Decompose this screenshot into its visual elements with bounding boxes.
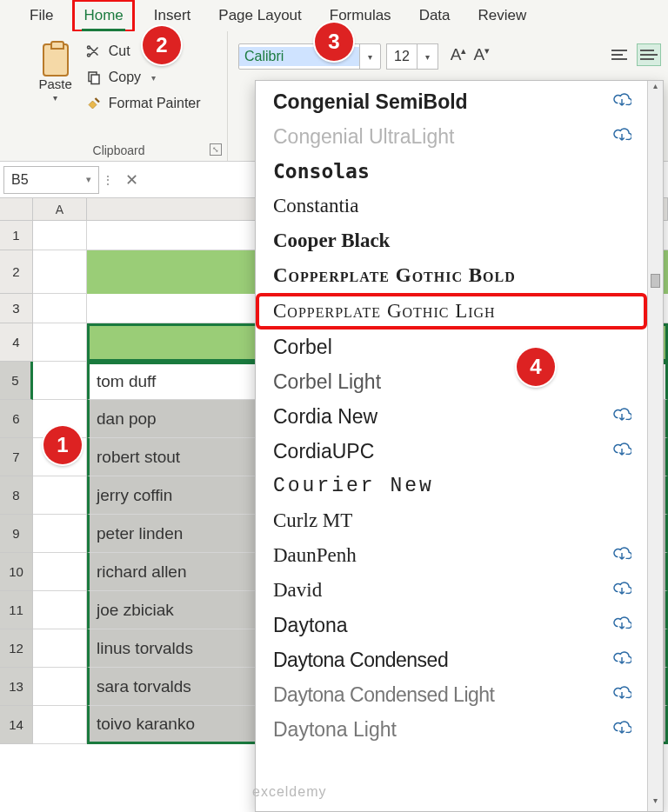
row-header[interactable]: 8 bbox=[0, 476, 33, 515]
paste-button[interactable]: Paste ▾ bbox=[33, 37, 77, 106]
font-option[interactable]: Copperplate Gothic Bold bbox=[256, 258, 647, 293]
row-header[interactable]: 7 bbox=[0, 438, 33, 476]
format-painter-label: Format Painter bbox=[109, 96, 201, 111]
scissors-icon bbox=[86, 43, 102, 59]
clipboard-dialog-launcher[interactable]: ⤡ bbox=[210, 143, 222, 156]
font-option[interactable]: Cordia New bbox=[256, 399, 647, 434]
font-option-label: Constantia bbox=[273, 195, 358, 217]
decrease-font-size-button[interactable]: A▾ bbox=[471, 43, 491, 66]
font-option[interactable]: Copperplate Gothic Ligh bbox=[256, 293, 647, 329]
tab-file[interactable]: File bbox=[21, 2, 62, 30]
font-option[interactable]: DaunPenh bbox=[256, 538, 647, 573]
scroll-up-button[interactable]: ▴ bbox=[648, 81, 663, 97]
copy-button[interactable]: Copy ▾ bbox=[83, 68, 204, 87]
font-option[interactable]: Constantia bbox=[256, 189, 647, 223]
font-size-value: 12 bbox=[387, 49, 417, 64]
chevron-down-icon: ▾ bbox=[151, 73, 156, 83]
font-option[interactable]: Consolas bbox=[256, 154, 647, 189]
font-option-label: Congenial SemiBold bbox=[273, 90, 468, 114]
align-middle-button[interactable] bbox=[637, 43, 661, 66]
font-option-label: Corbel bbox=[273, 336, 332, 359]
step-badge-3: 3 bbox=[315, 23, 353, 61]
col-header-a[interactable]: A bbox=[33, 198, 87, 220]
scrollbar[interactable]: ▴ ▾ bbox=[647, 81, 663, 811]
scroll-down-button[interactable]: ▾ bbox=[648, 795, 663, 811]
row-header[interactable]: 13 bbox=[0, 668, 33, 706]
clipboard-group: Paste ▾ Cut Copy ▾ bbox=[10, 31, 228, 161]
name-box-value: B5 bbox=[11, 172, 29, 188]
chevron-down-icon[interactable]: ▾ bbox=[86, 174, 91, 185]
svg-rect-1 bbox=[91, 75, 99, 84]
font-option-label: Cooper Black bbox=[273, 230, 390, 252]
tab-page-layout[interactable]: Page Layout bbox=[210, 2, 310, 30]
cloud-download-icon bbox=[612, 442, 631, 462]
font-size-combo[interactable]: 12 ▾ bbox=[386, 43, 438, 70]
row-header[interactable]: 11 bbox=[0, 591, 33, 629]
font-option[interactable]: Corbel bbox=[256, 329, 647, 364]
font-name-combo[interactable]: ▾ bbox=[238, 43, 381, 70]
font-option-label: DaunPenh bbox=[273, 544, 357, 567]
row-header[interactable]: 6 bbox=[0, 400, 33, 438]
increase-font-size-button[interactable]: A▴ bbox=[449, 43, 469, 66]
font-option[interactable]: Corbel Light bbox=[256, 364, 647, 399]
font-option-label: Consolas bbox=[273, 160, 370, 183]
font-option-label: Daytona Condensed bbox=[273, 649, 448, 672]
font-option[interactable]: Courier New bbox=[256, 469, 647, 503]
paste-label: Paste bbox=[38, 77, 71, 91]
tab-insert[interactable]: Insert bbox=[145, 2, 200, 30]
row-header[interactable]: 5 bbox=[0, 362, 33, 400]
row-header[interactable]: 2 bbox=[0, 250, 33, 294]
cut-label: Cut bbox=[109, 43, 130, 59]
step-badge-2: 2 bbox=[143, 26, 181, 64]
font-option-label: Daytona Condensed Light bbox=[273, 683, 494, 707]
row-header[interactable]: 12 bbox=[0, 629, 33, 668]
cloud-download-icon bbox=[612, 92, 631, 112]
font-option[interactable]: Cooper Black bbox=[256, 223, 647, 258]
font-option-label: Copperplate Gothic Bold bbox=[273, 264, 516, 287]
font-option-label: Copperplate Gothic Ligh bbox=[273, 300, 496, 323]
font-option[interactable]: Congenial UltraLight bbox=[256, 119, 647, 154]
cloud-download-icon bbox=[612, 720, 631, 740]
row-headers: 1 2 3 4 5 6 7 8 9 10 11 12 13 14 bbox=[0, 221, 33, 744]
row-header[interactable]: 1 bbox=[0, 221, 33, 250]
font-dropdown: Congenial SemiBoldCongenial UltraLightCo… bbox=[255, 80, 664, 812]
font-option[interactable]: Daytona Condensed Light bbox=[256, 677, 647, 712]
format-painter-button[interactable]: Format Painter bbox=[83, 94, 204, 113]
font-option[interactable]: CordiaUPC bbox=[256, 434, 647, 469]
select-all-corner[interactable] bbox=[0, 198, 33, 220]
font-name-dropdown-button[interactable]: ▾ bbox=[359, 44, 380, 69]
align-top-button[interactable] bbox=[609, 43, 633, 66]
font-option[interactable]: Daytona Condensed bbox=[256, 642, 647, 677]
cloud-download-icon bbox=[612, 685, 631, 705]
tab-home[interactable]: Home bbox=[72, 0, 134, 32]
tab-review[interactable]: Review bbox=[470, 2, 536, 30]
group-label-clipboard: Clipboard bbox=[10, 143, 227, 157]
cancel-formula-button[interactable]: ✕ bbox=[117, 170, 147, 190]
tab-data[interactable]: Data bbox=[411, 2, 459, 30]
font-option[interactable]: Daytona bbox=[256, 608, 647, 642]
font-option-label: Cordia New bbox=[273, 405, 377, 429]
font-option-label: David bbox=[273, 579, 322, 602]
font-option[interactable]: Curlz MT bbox=[256, 503, 647, 538]
row-header[interactable]: 3 bbox=[0, 294, 33, 323]
font-option-label: Daytona bbox=[273, 614, 348, 637]
name-box[interactable]: B5 ▾ bbox=[3, 166, 99, 194]
font-option[interactable]: Daytona Light bbox=[256, 712, 647, 747]
font-option-label: Curlz MT bbox=[273, 509, 352, 532]
row-header[interactable]: 14 bbox=[0, 706, 33, 744]
scroll-thumb[interactable] bbox=[651, 274, 660, 288]
font-option[interactable]: David bbox=[256, 573, 647, 608]
row-header[interactable]: 9 bbox=[0, 515, 33, 553]
step-badge-4: 4 bbox=[517, 348, 555, 386]
cloud-download-icon bbox=[612, 581, 631, 601]
font-option-label: Daytona Light bbox=[273, 718, 397, 742]
font-list[interactable]: Congenial SemiBoldCongenial UltraLightCo… bbox=[256, 81, 647, 811]
cloud-download-icon bbox=[612, 407, 631, 427]
font-size-dropdown-button[interactable]: ▾ bbox=[417, 44, 438, 69]
chevron-down-icon: ▾ bbox=[53, 93, 57, 103]
row-header[interactable]: 10 bbox=[0, 553, 33, 591]
row-header[interactable]: 4 bbox=[0, 323, 33, 362]
step-badge-1: 1 bbox=[43, 426, 82, 464]
font-option-label: Courier New bbox=[273, 475, 434, 497]
font-option[interactable]: Congenial SemiBold bbox=[256, 84, 647, 119]
